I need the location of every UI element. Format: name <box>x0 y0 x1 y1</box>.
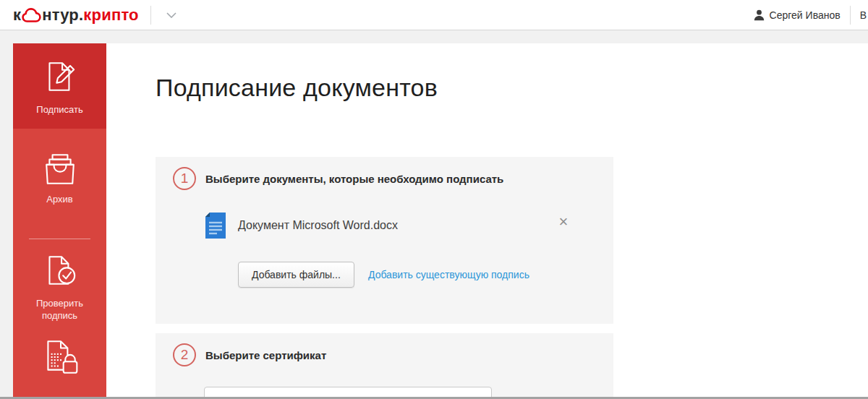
chevron-down-icon <box>166 12 176 18</box>
sidebar-item-label: Архив <box>42 193 77 205</box>
header-divider <box>150 6 151 25</box>
remove-file-button[interactable]: × <box>555 213 572 231</box>
logo-text-ntur: нтур. <box>42 6 83 25</box>
close-icon: × <box>559 213 569 231</box>
sidebar-divider <box>29 239 90 239</box>
step-2-panel: 2 Выберите сертификат <box>156 333 613 399</box>
cloud-icon <box>22 7 41 23</box>
sidebar-item-encrypt[interactable] <box>13 337 106 377</box>
step-2-title: Выберите сертификат <box>205 349 326 361</box>
user-menu[interactable]: Сергей Иванов <box>754 9 841 21</box>
person-icon <box>754 9 765 21</box>
add-files-button[interactable]: Добавить файлы... <box>238 262 354 288</box>
header-right: Сергей Иванов В <box>754 6 868 25</box>
logo-text-krypto: крипто <box>83 6 138 25</box>
logo-text-k: к <box>13 6 21 25</box>
sidebar-item-label: Подписать <box>32 103 87 116</box>
file-name: Документ Microsoft Word.docx <box>238 219 398 232</box>
encrypt-document-icon <box>40 337 80 377</box>
sidebar: Подписать Архив <box>13 43 106 399</box>
word-document-icon <box>205 212 226 239</box>
main-content: Подписание документов 1 Выберите докумен… <box>106 43 868 399</box>
step-1-number: 1 <box>173 167 196 190</box>
page-title: Подписание документов <box>156 74 438 102</box>
content-card: Подписать Архив <box>13 43 868 399</box>
step-1-panel: 1 Выберите документы, которые необходимо… <box>156 157 613 324</box>
sidebar-item-label: Проверить подпись <box>13 297 106 322</box>
kontur-krypto-logo[interactable]: к нтур. крипто <box>13 6 139 25</box>
add-existing-signature-link[interactable]: Добавить существующую подпись <box>368 269 529 280</box>
sidebar-item-verify-signature[interactable]: Проверить подпись <box>13 250 106 322</box>
top-header: к нтур. крипто Сергей Иванов В <box>0 0 868 30</box>
products-dropdown-button[interactable] <box>161 5 182 25</box>
sign-document-icon <box>40 56 80 97</box>
exit-link[interactable]: В <box>860 9 868 21</box>
sidebar-item-archive[interactable]: Архив <box>13 152 106 205</box>
step-2-number: 2 <box>173 343 196 366</box>
step-1-title: Выберите документы, которые необходимо п… <box>205 173 503 185</box>
user-name: Сергей Иванов <box>770 9 841 21</box>
verify-signature-icon <box>40 250 80 291</box>
sidebar-item-sign[interactable]: Подписать <box>13 43 106 129</box>
archive-icon <box>39 152 81 186</box>
header-divider <box>850 6 851 25</box>
